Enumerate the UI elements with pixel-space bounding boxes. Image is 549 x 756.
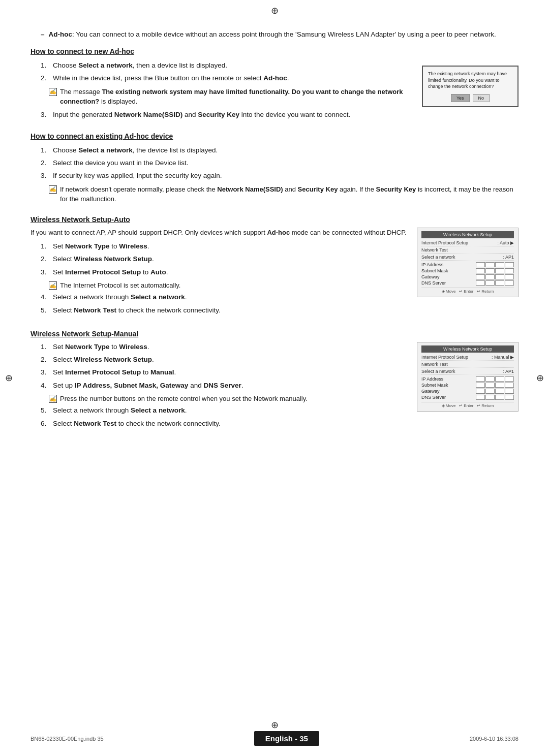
dns-field-boxes-auto <box>476 280 514 286</box>
auto-step-3: 3. Set Internet Protocol Setup to Auto. <box>41 267 407 277</box>
dialog-text: The existing network system may have lim… <box>428 71 512 90</box>
screenshot-row-protocol-auto: Internet Protocol Setup : Auto ▶ <box>421 240 514 246</box>
gateway-field-boxes-auto <box>476 274 514 279</box>
step-1: 1. Choose Select a network, then a devic… <box>41 60 412 71</box>
dialog-screenshot: The existing network system may have lim… <box>422 66 518 107</box>
screenshot-fields-manual: IP Address Subnet Mask <box>421 376 514 400</box>
wireless-auto-section: Wireless Network Setup-Auto If you want … <box>30 215 518 319</box>
existing-adhoc-steps: 1. Choose Select a network, the device l… <box>30 145 518 181</box>
footer-left: BN68-02330E-00Eng.indb 35 <box>30 736 104 742</box>
field-gateway-auto: Gateway <box>421 274 514 279</box>
auto-step-1: 1. Set Network Type to Wireless. <box>41 241 407 251</box>
field-subnet-manual: Subnet Mask <box>421 383 514 388</box>
wireless-manual-screenshot: Wireless Network Setup Internet Protocol… <box>417 342 518 412</box>
dash-bullet: – <box>41 30 45 38</box>
main-content: – Ad-hoc: You can connect to a mobile de… <box>30 20 518 432</box>
wireless-auto-steps: 1. Set Network Type to Wireless. 2. Sele… <box>30 241 407 277</box>
wireless-auto-content: If you want to connect AP, AP should sup… <box>30 228 518 319</box>
left-compass-icon: ⊕ <box>5 372 13 384</box>
screenshot-fields-auto: IP Address Subnet Mask <box>421 262 514 286</box>
intro-text: Ad-hoc: You can connect to a mobile devi… <box>49 30 496 38</box>
note-item-2: ✍ If network doesn't operate normally, p… <box>49 184 518 204</box>
page-footer: BN68-02330E-00Eng.indb 35 English - 35 2… <box>0 731 549 746</box>
wireless-manual-steps-cont: 5. Select a network through Select a net… <box>30 405 407 429</box>
field-ip-auto: IP Address <box>421 262 514 267</box>
ip-field-boxes-auto <box>476 262 514 267</box>
how-to-connect-existing-heading: How to connect an existing Ad-hoc device <box>30 132 518 140</box>
field-subnet-auto: Subnet Mask <box>421 268 514 273</box>
existing-step-3: 3. If security key was applied, input th… <box>41 171 518 181</box>
ip-field-boxes-manual <box>476 376 514 382</box>
wireless-manual-heading: Wireless Network Setup-Manual <box>30 330 518 338</box>
note-icon-3: ✍ <box>49 281 57 290</box>
screenshot-row-networktest-auto: Network Test <box>421 247 514 254</box>
step-3: 3. Input the generated Network Name(SSID… <box>41 110 412 120</box>
screenshot-row-selectnet-auto: Select a network : AP1 <box>421 255 514 261</box>
manual-step-3: 3. Set Internet Protocol Setup to Manual… <box>41 367 407 377</box>
note-icon-2: ✍ <box>49 185 57 194</box>
new-adhoc-steps: 1. Choose Select a network, then a devic… <box>30 60 412 84</box>
new-adhoc-content: 1. Choose Select a network, then a devic… <box>30 60 518 123</box>
screenshot-title-manual: Wireless Network Setup <box>421 345 514 353</box>
new-adhoc-step3: 3. Input the generated Network Name(SSID… <box>30 110 412 120</box>
yes-button[interactable]: Yes <box>451 94 470 102</box>
subnet-field-boxes-auto <box>476 268 514 273</box>
wireless-auto-heading: Wireless Network Setup-Auto <box>30 215 518 224</box>
wireless-auto-desc: If you want to connect AP, AP should sup… <box>30 228 407 238</box>
how-to-connect-new-section: How to connect to new Ad-hoc 1. Choose S… <box>30 47 518 123</box>
wireless-auto-text: If you want to connect AP, AP should sup… <box>30 228 407 319</box>
bottom-compass-icon: ⊕ <box>271 719 279 731</box>
manual-step-2: 2. Select Wireless Network Setup. <box>41 355 407 365</box>
how-to-connect-existing-section: How to connect an existing Ad-hoc device… <box>30 132 518 204</box>
existing-step-1: 1. Choose Select a network, the device l… <box>41 145 518 155</box>
new-adhoc-text: 1. Choose Select a network, then a devic… <box>30 60 412 123</box>
auto-step-5: 5. Select Network Test to check the netw… <box>41 305 407 316</box>
screenshot-footer-auto: ◈ Move ↵ Enter ↩ Return <box>421 288 514 294</box>
footer-center: English - 35 <box>254 731 319 746</box>
auto-step-4: 4. Select a network through Select a net… <box>41 292 407 302</box>
manual-step-1: 1. Set Network Type to Wireless. <box>41 342 407 352</box>
note-icon-1: ✍ <box>49 88 57 96</box>
wireless-manual-steps: 1. Set Network Type to Wireless. 2. Sele… <box>30 342 407 391</box>
step-2: 2. While in the device list, press the B… <box>41 73 412 83</box>
manual-step-5: 5. Select a network through Select a net… <box>41 405 407 416</box>
field-gateway-manual: Gateway <box>421 389 514 394</box>
footer-right: 2009-6-10 16:33:08 <box>470 736 518 742</box>
no-button[interactable]: No <box>473 94 490 102</box>
auto-step-2: 2. Select Wireless Network Setup. <box>41 254 407 264</box>
how-to-connect-new-heading: How to connect to new Ad-hoc <box>30 47 518 55</box>
screenshot-title-auto: Wireless Network Setup <box>421 231 514 238</box>
existing-step-2: 2. Select the device you want in the Dev… <box>41 158 518 168</box>
wireless-auto-steps-cont: 4. Select a network through Select a net… <box>30 292 407 316</box>
field-dns-auto: DNS Server <box>421 280 514 286</box>
field-ip-manual: IP Address <box>421 376 514 382</box>
intro-section: – Ad-hoc: You can connect to a mobile de… <box>30 30 518 38</box>
manual-step-4: 4. Set up IP Address, Subnet Mask, Gatew… <box>41 381 407 391</box>
wireless-auto-screenshot: Wireless Network Setup Internet Protocol… <box>417 228 518 297</box>
note-icon-4: ✍ <box>49 395 57 403</box>
manual-step-6: 6. Select Network Test to check the netw… <box>41 419 407 429</box>
screenshot-row-protocol-manual: Internet Protocol Setup : Manual ▶ <box>421 355 514 361</box>
top-compass-icon: ⊕ <box>271 5 279 16</box>
note-item-4: ✍ Press the number buttons on the remote… <box>49 394 407 404</box>
note-item-3: ✍ The Internet Protocol is set automatic… <box>49 280 407 291</box>
note-item-1: ✍ The message The existing network syste… <box>49 87 412 107</box>
gateway-field-boxes-manual <box>476 389 514 394</box>
wireless-manual-section: Wireless Network Setup-Manual 1. Set Net… <box>30 330 518 432</box>
wireless-manual-text: 1. Set Network Type to Wireless. 2. Sele… <box>30 342 407 432</box>
page: ⊕ ⊕ ⊕ – Ad-hoc: You can connect to a mob… <box>0 0 549 756</box>
wireless-manual-content: 1. Set Network Type to Wireless. 2. Sele… <box>30 342 518 432</box>
right-compass-icon: ⊕ <box>536 372 544 384</box>
screenshot-row-selectnet-manual: Select a network : AP1 <box>421 369 514 375</box>
field-dns-manual: DNS Server <box>421 395 514 400</box>
dialog-buttons: Yes No <box>428 94 512 102</box>
screenshot-row-networktest-manual: Network Test <box>421 362 514 368</box>
dns-field-boxes-manual <box>476 395 514 400</box>
screenshot-footer-manual: ◈ Move ↵ Enter ↩ Return <box>421 402 514 408</box>
subnet-field-boxes-manual <box>476 383 514 388</box>
